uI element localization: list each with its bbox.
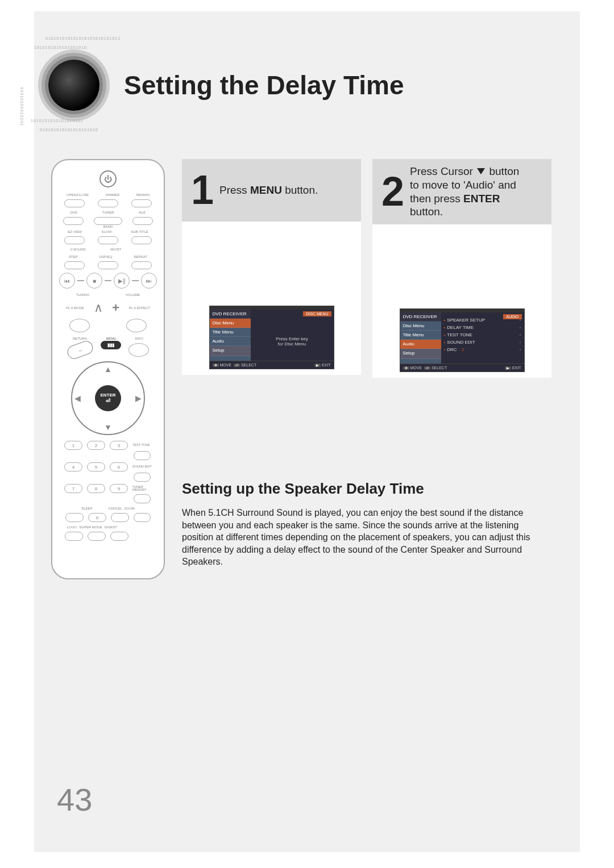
cursor-up-icon: ▲ — [104, 365, 112, 374]
cursor-right-icon: ▶ — [135, 394, 142, 403]
osd1-line2: for Disc Menu — [278, 341, 306, 347]
osd2-move: MOVE — [410, 366, 422, 370]
osd2-setup: Setup — [400, 349, 441, 359]
label-tuning: TUNING — [76, 293, 89, 297]
label-band: BAND — [58, 225, 158, 228]
menu-button: ▮▮▮ — [101, 341, 121, 349]
label-sound-edit: SOUND EDIT — [132, 465, 152, 469]
manual-page: 010101010101010101010101011 101010101010… — [34, 11, 580, 852]
label-dspeq: DSP/EQ — [99, 255, 113, 258]
step-2-header: 2 Press Cursor button to move to 'Audio'… — [372, 159, 551, 224]
osd2-player: DVD RECEIVER — [400, 312, 441, 322]
label-dimmer: DIMMER — [106, 193, 119, 197]
osd2-header: AUDIO — [503, 314, 521, 319]
osd2-audio: Audio — [400, 340, 441, 349]
num-9: 9 — [110, 484, 128, 493]
num-6: 6 — [110, 462, 128, 471]
play-pause-icon: ▶∥ — [114, 273, 130, 289]
label-zoom: ZOOM — [125, 507, 135, 510]
speaker-icon: 010101010101010101010101011 101010101010… — [23, 34, 125, 136]
label-vsound: V-SOUND — [70, 248, 86, 251]
num-4: 4 — [64, 462, 82, 471]
num-1: 1 — [64, 441, 82, 450]
step-1-text: Press MENU button. — [219, 183, 318, 197]
step-2-body: DVD RECEIVER Disc Menu Title Menu Audio … — [372, 224, 551, 378]
label-tuner-memory: TUNER MEMORY — [132, 486, 152, 492]
label-slow: SLOW — [101, 230, 111, 233]
right-column: 1 Press MENU button. DVD RECEIVER Disc M… — [182, 159, 551, 579]
osd-screen-2: DVD RECEIVER Disc Menu Title Menu Audio … — [400, 308, 525, 372]
steps-row: 1 Press MENU button. DVD RECEIVER Disc M… — [182, 159, 551, 378]
enter-button: ENTER ⏎ — [95, 385, 121, 411]
cursor-down-icon: ▼ — [104, 423, 112, 432]
step-1-number: 1 — [191, 174, 214, 207]
prev-icon: ⏮ — [59, 273, 75, 289]
label-remain: REMAIN — [136, 193, 150, 197]
step-1: 1 Press MENU button. DVD RECEIVER Disc M… — [182, 159, 361, 378]
step-1-body: DVD RECEIVER Disc Menu Title Menu Audio … — [182, 222, 361, 375]
osd1-line1: Press Enter key — [276, 336, 308, 341]
content-row: ⏻ OPEN/CLOSE DIMMER REMAIN DVD TUNER AUX… — [34, 159, 551, 579]
label-plii-mode: PL II MODE — [66, 306, 84, 310]
osd1-select: SELECT — [241, 363, 256, 367]
label-dvd: DVD — [70, 211, 78, 214]
lower-section: Setting up the Speaker Delay Time When 5… — [182, 480, 551, 568]
osd2-item-test: TEST TONE — [447, 332, 472, 337]
osd2-item-sound: SOUND EDIT — [447, 340, 475, 345]
cursor-left-icon: ◀ — [74, 394, 81, 403]
transport-row: ⏮ ■ ▶∥ ⏭ — [58, 273, 158, 289]
label-return: RETURN — [73, 337, 87, 340]
osd2-item-speaker: SPEAKER SETUP — [447, 318, 485, 323]
label-tuner: TUNER — [102, 211, 114, 214]
num-7: 7 — [64, 484, 82, 493]
volume-plus-icon: + — [112, 301, 119, 315]
osd1-setup: Setup — [210, 346, 251, 356]
num-0: 0 — [88, 513, 106, 522]
label-aux: AUX — [139, 211, 146, 214]
label-plii-effect: PL II EFFECT — [129, 306, 150, 310]
label-sleep: SLEEP — [81, 507, 92, 510]
cursor-down-icon — [477, 168, 485, 174]
label-ezview: EZ VIEW — [68, 230, 82, 233]
lower-heading: Setting up the Speaker Delay Time — [182, 480, 551, 498]
osd1-exit: EXIT — [322, 363, 331, 367]
numpad: 1 2 3 TEST TONE 4 5 6 SOUND EDIT — [58, 441, 158, 541]
label-sdsf: SUPER MODE — [79, 525, 102, 529]
osd2-disc-menu: Disc Menu — [400, 322, 441, 331]
osd2-item-delay: DELAY TIME — [447, 325, 474, 330]
osd2-select: SELECT — [432, 366, 447, 370]
step-2-text: Press Cursor button to move to 'Audio' a… — [410, 165, 519, 219]
osd1-move: MOVE — [219, 363, 231, 367]
page-number: 43 — [57, 781, 92, 818]
label-open-close: OPEN/CLOSE — [67, 193, 89, 197]
tuning-up-icon: ∧ — [94, 301, 103, 315]
label-logo: LOGO — [67, 525, 77, 529]
page-title: Setting the Delay Time — [124, 70, 404, 101]
step-2-number: 2 — [381, 176, 404, 208]
return-button: ↩ — [65, 339, 94, 361]
osd2-exit: EXIT — [512, 366, 521, 370]
osd1-header: DISC MENU — [303, 311, 331, 316]
label-step: STEP — [69, 255, 78, 258]
label-info: INFO — [135, 337, 143, 340]
num-2: 2 — [87, 441, 105, 450]
power-icon: ⏻ — [99, 170, 117, 187]
page-header: 010101010101010101010101011 101010101010… — [34, 34, 551, 136]
osd1-disc-menu: Disc Menu — [210, 319, 251, 328]
label-menu: MENU — [106, 337, 116, 340]
label-test-tone: TEST TONE — [132, 444, 152, 447]
lower-paragraph: When 5.1CH Surround Sound is played, you… — [182, 507, 534, 568]
num-5: 5 — [87, 462, 105, 471]
step-2: 2 Press Cursor button to move to 'Audio'… — [372, 159, 551, 378]
dpad: ▲ ▼ ◀ ▶ ENTER ⏎ — [71, 361, 145, 435]
num-3: 3 — [110, 441, 128, 450]
num-8: 8 — [87, 484, 105, 493]
remote-column: ⏻ OPEN/CLOSE DIMMER REMAIN DVD TUNER AUX… — [34, 159, 165, 579]
osd2-drc-value: : 2 — [459, 347, 464, 352]
label-repeat: REPEAT — [134, 255, 147, 258]
remote-control-illustration: ⏻ OPEN/CLOSE DIMMER REMAIN DVD TUNER AUX… — [51, 159, 165, 579]
label-volume: VOLUME — [126, 293, 140, 297]
osd2-item-drc: DRC — [447, 347, 457, 352]
label-most: MO/ST — [110, 248, 121, 251]
stop-icon: ■ — [86, 273, 102, 289]
